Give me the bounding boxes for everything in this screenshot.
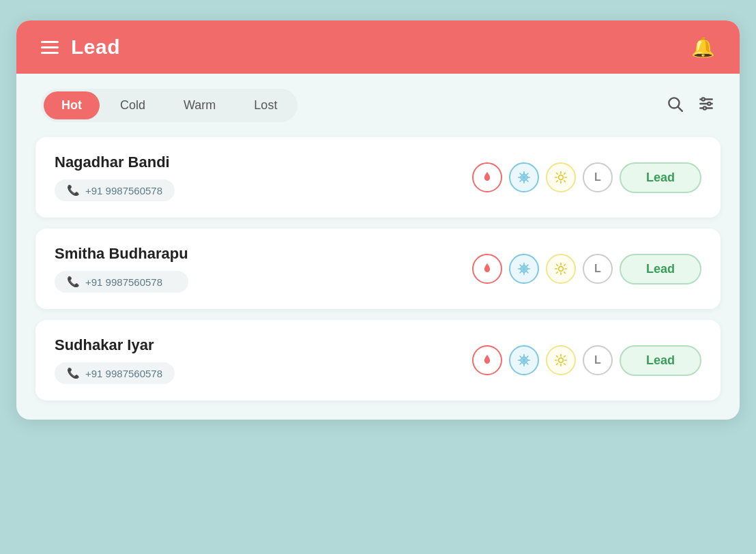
svg-line-48	[557, 272, 558, 274]
lead-badge-2[interactable]: Lead	[620, 254, 701, 285]
svg-line-69	[557, 364, 558, 365]
filter-actions	[666, 95, 715, 117]
svg-point-62	[559, 358, 564, 363]
search-icon[interactable]	[666, 95, 684, 117]
svg-line-66	[564, 364, 566, 365]
cards-container: Nagadhar Bandi 📞 +91 9987560578	[16, 137, 740, 420]
lead-card-3[interactable]: Sudhakar Iyar 📞 +91 9987560578	[35, 320, 721, 400]
svg-point-20	[559, 175, 564, 180]
hot-icon-1[interactable]	[472, 162, 502, 192]
svg-line-65	[557, 356, 558, 358]
filter-sliders-icon[interactable]	[697, 95, 715, 117]
lead-badge-1[interactable]: Lead	[620, 162, 701, 193]
svg-line-70	[564, 356, 566, 358]
lead-card-2[interactable]: Smitha Budharapu 📞 +91 9987560578	[35, 229, 721, 309]
phone-icon-3: 📞	[67, 367, 80, 379]
filter-tabs: Hot Cold Warm Lost	[41, 89, 297, 122]
warm-icon-2[interactable]	[546, 254, 576, 284]
header-left: Lead	[41, 35, 120, 59]
lead-name-2: Smitha Budharapu	[55, 245, 188, 263]
svg-line-49	[564, 265, 566, 266]
svg-line-24	[564, 181, 566, 182]
lead-name-3: Sudhakar Iyar	[55, 336, 175, 354]
header: Lead 🔔	[16, 20, 740, 74]
page-title: Lead	[71, 35, 120, 59]
lead-card-1[interactable]: Nagadhar Bandi 📞 +91 9987560578	[35, 137, 721, 218]
tab-lost[interactable]: Lost	[236, 91, 295, 119]
lost-icon-1[interactable]: L	[583, 162, 613, 192]
lead-badge-3[interactable]: Lead	[620, 345, 701, 376]
tab-cold[interactable]: Cold	[102, 91, 163, 119]
phone-icon-2: 📞	[67, 276, 80, 288]
lead-phone-1: 📞 +91 9987560578	[55, 179, 175, 201]
svg-point-7	[703, 106, 706, 109]
svg-point-41	[559, 267, 564, 272]
hamburger-icon[interactable]	[41, 41, 59, 54]
lead-phone-2: 📞 +91 9987560578	[55, 271, 188, 293]
filter-bar: Hot Cold Warm Lost	[16, 74, 740, 137]
svg-point-5	[702, 98, 705, 100]
tab-hot[interactable]: Hot	[44, 91, 100, 119]
lead-phone-3: 📞 +91 9987560578	[55, 362, 175, 384]
card-left-3: Sudhakar Iyar 📞 +91 9987560578	[55, 336, 175, 384]
card-right-3: L Lead	[472, 345, 701, 376]
svg-line-1	[678, 106, 682, 111]
lost-icon-2[interactable]: L	[583, 254, 613, 284]
svg-line-27	[557, 181, 558, 182]
svg-line-44	[557, 265, 558, 266]
card-right-2: L Lead	[472, 254, 701, 285]
svg-line-23	[557, 173, 558, 175]
cold-icon-1[interactable]	[509, 162, 539, 192]
app-container: Lead 🔔 Hot Cold Warm Lost	[16, 20, 740, 420]
lead-name-1: Nagadhar Bandi	[55, 154, 175, 171]
warm-icon-3[interactable]	[546, 345, 576, 375]
svg-point-6	[708, 102, 710, 104]
bell-icon[interactable]: 🔔	[691, 36, 715, 59]
card-left-1: Nagadhar Bandi 📞 +91 9987560578	[55, 154, 175, 201]
hot-icon-3[interactable]	[472, 345, 502, 375]
svg-line-28	[564, 173, 566, 175]
cold-icon-3[interactable]	[509, 345, 539, 375]
warm-icon-1[interactable]	[546, 162, 576, 192]
cold-icon-2[interactable]	[509, 254, 539, 284]
tab-warm[interactable]: Warm	[166, 91, 233, 119]
lost-icon-3[interactable]: L	[583, 345, 613, 375]
card-right-1: L Lead	[472, 162, 701, 193]
card-left-2: Smitha Budharapu 📞 +91 9987560578	[55, 245, 188, 293]
svg-line-45	[564, 272, 566, 274]
phone-icon-1: 📞	[67, 184, 80, 196]
hot-icon-2[interactable]	[472, 254, 502, 284]
